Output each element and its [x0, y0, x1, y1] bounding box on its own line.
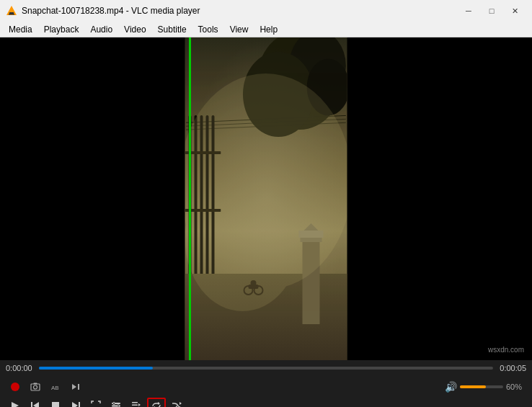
loop-icon: [151, 401, 161, 407]
record-button[interactable]: [6, 379, 25, 395]
minimize-button[interactable]: ─: [457, 4, 480, 18]
controls-row2: [6, 398, 526, 407]
loop-button[interactable]: [147, 398, 166, 407]
fullscreen-icon: [91, 401, 101, 407]
loop-ab-icon: AB: [50, 382, 61, 392]
next-button[interactable]: [66, 398, 85, 407]
extended-button[interactable]: [107, 398, 125, 407]
stop-button[interactable]: [46, 398, 65, 407]
time-total: 0:00:05: [499, 364, 526, 372]
mist: [185, 37, 347, 360]
volume-slider[interactable]: [460, 385, 503, 388]
svg-rect-1: [9, 12, 14, 14]
window-title: Snapchat-100718238.mp4 - VLC media playe…: [22, 6, 453, 16]
volume-icon[interactable]: 🔊: [445, 381, 457, 393]
menu-tools[interactable]: Tools: [192, 22, 224, 37]
svg-rect-46: [132, 402, 138, 403]
record-icon: [10, 382, 20, 392]
vlc-icon: [6, 5, 17, 17]
play-icon: [10, 401, 20, 407]
svg-marker-34: [12, 402, 19, 407]
time-current: 0:00:00: [6, 364, 33, 372]
snapshot-icon: [30, 382, 40, 392]
snapshot-button[interactable]: [26, 379, 45, 395]
green-line: [189, 37, 191, 360]
window-controls: ─ □ ✕: [457, 4, 526, 18]
menu-video[interactable]: Video: [118, 22, 151, 37]
close-button[interactable]: ✕: [503, 4, 526, 18]
menu-audio[interactable]: Audio: [84, 22, 118, 37]
svg-marker-49: [138, 403, 141, 406]
controls-area: AB 🔊 60%: [0, 376, 532, 407]
volume-fill: [460, 385, 486, 388]
menu-view[interactable]: View: [224, 22, 254, 37]
random-icon: [172, 401, 182, 407]
black-left: [0, 37, 189, 360]
svg-point-43: [113, 403, 115, 405]
svg-point-27: [11, 383, 19, 391]
volume-area: 🔊 60%: [445, 381, 526, 393]
svg-rect-37: [52, 402, 59, 407]
svg-marker-53: [179, 402, 182, 405]
svg-rect-36: [31, 402, 32, 407]
random-button[interactable]: [167, 398, 186, 407]
svg-point-29: [34, 385, 37, 389]
progress-area: 0:00:00 0:00:05: [0, 360, 532, 376]
progress-track[interactable]: [39, 367, 493, 370]
svg-marker-38: [72, 402, 78, 407]
menu-subtitle[interactable]: Subtitle: [152, 22, 192, 37]
menu-bar: Media Playback Audio Video Subtitle Tool…: [0, 22, 532, 37]
stop-icon: [50, 401, 61, 407]
loop-ab-button[interactable]: AB: [46, 379, 65, 395]
prev-icon: [30, 401, 40, 407]
frame-next-icon: [71, 382, 81, 392]
svg-text:AB: AB: [51, 385, 59, 391]
svg-rect-28: [31, 384, 40, 390]
controls-row1: AB 🔊 60%: [6, 379, 526, 395]
svg-marker-50: [158, 402, 160, 405]
title-bar: Snapchat-100718238.mp4 - VLC media playe…: [0, 0, 532, 22]
watermark: wsxdn.com: [486, 345, 526, 354]
progress-fill: [39, 367, 153, 370]
playlist-icon: [131, 401, 141, 407]
svg-marker-35: [33, 402, 39, 407]
next-icon: [71, 401, 81, 407]
svg-rect-30: [34, 383, 37, 385]
video-area[interactable]: wsxdn.com: [0, 37, 532, 360]
menu-media[interactable]: Media: [3, 22, 38, 37]
svg-rect-33: [78, 384, 79, 390]
extended-icon: [111, 401, 121, 407]
prev-button[interactable]: [26, 398, 45, 407]
svg-point-26: [185, 167, 301, 311]
volume-pct: 60%: [506, 383, 526, 391]
frame-next-button[interactable]: [66, 379, 85, 395]
video-content: [185, 37, 347, 360]
playlist-button[interactable]: [127, 398, 146, 407]
svg-rect-39: [79, 402, 80, 407]
maximize-button[interactable]: □: [480, 4, 503, 18]
svg-rect-2: [9, 14, 14, 15]
black-right: [351, 37, 532, 360]
menu-playback[interactable]: Playback: [38, 22, 85, 37]
play-button[interactable]: [6, 398, 25, 407]
svg-rect-47: [132, 405, 138, 406]
fullscreen-button[interactable]: [87, 398, 105, 407]
menu-help[interactable]: Help: [254, 22, 283, 37]
svg-marker-32: [72, 384, 76, 390]
